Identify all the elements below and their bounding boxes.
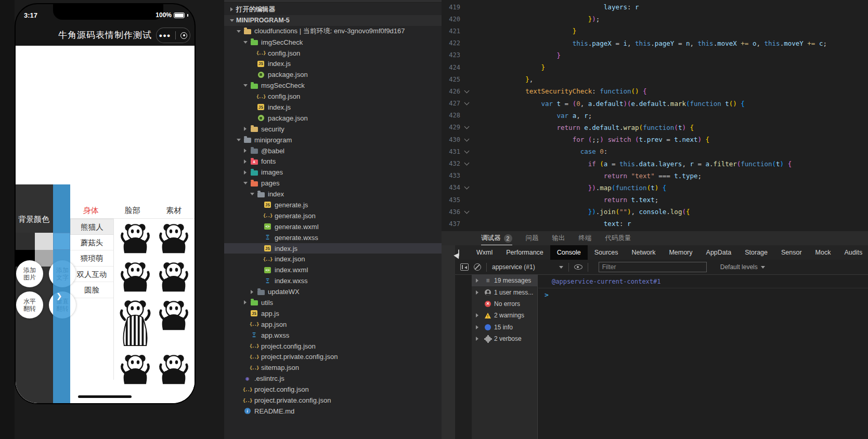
category-item[interactable]: 双人互动 [70,267,113,283]
tree-item-generate.json[interactable]: {..}generate.json [224,210,442,221]
panel-tab-输出[interactable]: 输出 [552,234,565,243]
category-item[interactable]: 猥琐萌 [70,250,113,267]
code-line[interactable]: 421 } [442,25,868,37]
category-item[interactable]: 蘑菇头 [70,235,113,251]
code-line[interactable]: 427 var t = (0, a.default)(e.default.mar… [442,98,868,110]
tree-item-index.js[interactable]: JSindex.js [224,102,442,113]
panda-sticker[interactable] [154,257,193,296]
code-line[interactable]: 425 }, [442,73,868,85]
clear-console-icon[interactable] [474,263,481,271]
drawer-chevron-icon[interactable]: ❯ [56,290,68,303]
code-line[interactable]: 436 }).join(""), console.log({ [442,206,868,218]
sticker-tab-1[interactable]: 脸部 [112,203,153,218]
console-context-message[interactable]: @appservice-current-context#1 [538,275,868,288]
fold-chevron-icon[interactable] [460,151,473,153]
code-line[interactable]: 424 } [442,61,868,73]
tree-item-@babel[interactable]: @babel [224,145,442,156]
toggle-sidebar-icon[interactable] [460,263,469,271]
code-line[interactable]: 431 case 0: [442,145,868,157]
devtools-tab-Network[interactable]: Network [625,245,663,260]
inspect-element-icon[interactable] [458,249,459,256]
console-prompt[interactable]: > [538,288,868,299]
tree-item-index.wxml[interactable]: <>index.wxml [224,264,442,275]
code-line[interactable]: 420 }); [442,13,868,25]
devtools-tab-Sensor[interactable]: Sensor [774,245,809,260]
fold-chevron-icon[interactable] [460,163,473,165]
more-icon[interactable]: ●●● [159,28,171,43]
tree-item-generate.wxss[interactable]: Ξgenerate.wxss [224,232,442,243]
panda-sticker[interactable] [116,219,154,257]
console-filter-list[interactable]: ≡19 messages [472,275,537,286]
tree-item-msgSecCheck[interactable]: msgSecCheck [224,80,442,91]
tree-item-generate.js[interactable]: JSgenerate.js [224,199,442,210]
context-selector[interactable]: appservice (#1) [492,263,563,271]
console-filter-warning[interactable]: 2 warnings [472,310,537,321]
devtools-tab-Mock[interactable]: Mock [809,245,838,260]
code-line[interactable]: 422 this.pageX = i, this.pageY = n, this… [442,37,868,49]
devtools-tab-AppData[interactable]: AppData [699,245,739,260]
tree-item-cloudfunctions[interactable]: cloudfunctions | 当前环境: env-3gnovo9mf0f9d… [224,26,442,37]
console-filter-user[interactable]: 1 user mess... [472,286,537,298]
tree-item-app.js[interactable]: JSapp.js [224,308,442,319]
devtools-tab-Audits[interactable]: Audits [837,245,868,260]
code-line[interactable]: 426 textSecurityCheck: function() { [442,85,868,97]
tree-item-project.config.json[interactable]: {..}project.config.json [224,384,442,395]
devtools-tab-Sources[interactable]: Sources [588,245,625,260]
tree-item-images[interactable]: images [224,167,442,178]
panda-sticker[interactable] [116,296,154,350]
console-filter-info[interactable]: 15 info [472,322,537,333]
fold-chevron-icon[interactable] [460,126,473,128]
panda-sticker[interactable] [154,296,193,334]
tree-item-pages[interactable]: pages [224,178,442,189]
tree-item-project.private.config.json[interactable]: {..}project.private.config.json [224,352,442,363]
code-line[interactable]: 419 layers: r [442,1,868,13]
fold-chevron-icon[interactable] [460,90,473,92]
devtools-tab-Performance[interactable]: Performance [499,245,550,260]
tree-item-project.config.json[interactable]: {..}project.config.json [224,341,442,352]
code-line[interactable]: 430 for (;;) switch (t.prev = t.next) { [442,134,868,145]
console-filter-error[interactable]: ✕No errors [472,298,537,310]
tree-item-app.json[interactable]: {..}app.json [224,319,442,330]
tree-item-index.js[interactable]: JSindex.js [224,243,442,254]
tree-item-sitemap.json[interactable]: {..}sitemap.json [224,362,442,373]
tree-item-generate.wxml[interactable]: <>generate.wxml [224,221,442,232]
exit-icon[interactable] [180,32,187,39]
code-editor-pane[interactable]: 419 layers: r420 });421 }422 this.pageX … [442,0,868,231]
tree-item-miniprogram[interactable]: miniprogram [224,135,442,145]
sticker-tab-0[interactable]: 身体 [70,203,112,218]
tree-item-security[interactable]: security [224,124,442,135]
fold-chevron-icon[interactable] [460,211,473,213]
tree-item-config.json[interactable]: {..}config.json [224,91,442,102]
tree-item-app.wxss[interactable]: Ξapp.wxss [224,330,442,341]
tree-item-config.json[interactable]: {..}config.json [224,48,442,59]
code-line[interactable]: 432 if (a = this.data.layers, r = a.filt… [442,157,868,169]
tree-item-index.js[interactable]: JSindex.js [224,58,442,69]
code-line[interactable]: 435 return t.text; [442,194,868,206]
tree-item-utils[interactable]: utils [224,297,442,308]
devtools-tab-Storage[interactable]: Storage [738,245,774,260]
fab-水平翻转[interactable]: 水平翻转 [16,291,43,318]
live-expression-eye-icon[interactable] [574,264,582,270]
fab-添加图片[interactable]: 添加图片 [16,260,43,287]
panel-tab-问题[interactable]: 问题 [526,234,539,243]
panel-tab-终端[interactable]: 终端 [579,234,592,243]
tree-item-package.json[interactable]: package.json [224,69,442,80]
code-line[interactable]: 423 } [442,49,868,61]
color-swatch[interactable] [16,233,35,250]
devtools-tab-Memory[interactable]: Memory [662,245,699,260]
console-filter-verbose[interactable]: 2 verbose [472,333,537,344]
tree-item-updateWX[interactable]: updateWX [224,286,442,297]
panel-tab-代码质量[interactable]: 代码质量 [605,234,631,243]
color-swatch[interactable] [35,233,53,250]
log-levels-select[interactable]: Default levels [720,263,765,271]
category-item[interactable]: 熊猫人 [70,219,113,235]
panda-sticker[interactable] [154,350,193,388]
code-line[interactable]: 428 var a, r; [442,110,868,122]
tree-item-index[interactable]: index [224,189,442,199]
fold-chevron-icon[interactable] [460,102,473,104]
capsule-menu[interactable]: ●●● [156,28,190,43]
tree-item-index.json[interactable]: {..}index.json [224,254,442,264]
panel-tab-调试器[interactable]: 调试器2 [481,234,512,243]
tree-item-README.md[interactable]: iREADME.md [224,406,442,417]
fold-chevron-icon[interactable] [460,139,473,141]
